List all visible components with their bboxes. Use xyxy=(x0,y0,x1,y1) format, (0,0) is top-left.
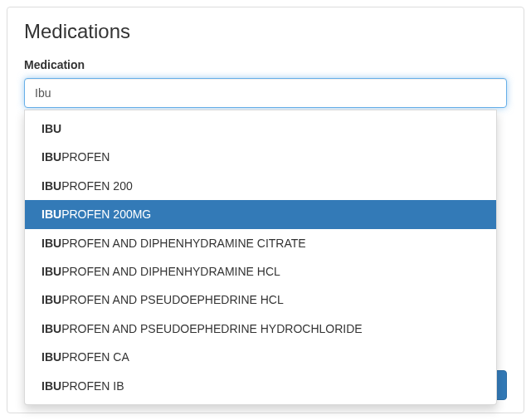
autocomplete-dropdown: IBUIBUPROFENIBUPROFEN 200IBUPROFEN 200MG… xyxy=(24,110,497,405)
match-text: IBU xyxy=(41,179,61,193)
rest-text: PROFEN AND PSEUDOEPHEDRINE HYDROCHLORIDE xyxy=(61,322,363,335)
match-text: IBU xyxy=(41,208,61,221)
match-text: IBU xyxy=(41,350,61,364)
rest-text: PROFEN xyxy=(61,150,110,164)
rest-text: PROFEN 200MG xyxy=(61,208,151,221)
rest-text: PROFEN AND PSEUDOEPHEDRINE HCL xyxy=(61,293,284,306)
autocomplete-option[interactable]: IBUPROFEN AND DIPHENHYDRAMINE HCL xyxy=(25,257,496,286)
match-text: IBU xyxy=(41,293,61,306)
match-text: IBU xyxy=(41,237,61,250)
autocomplete-option[interactable]: IBUPROFEN xyxy=(25,143,496,171)
medication-label: Medication xyxy=(24,58,507,71)
rest-text: PROFEN CA xyxy=(61,350,129,364)
match-text: IBU xyxy=(41,322,61,335)
match-text: IBU xyxy=(41,265,61,278)
autocomplete-option[interactable]: IBUPROFEN AND PSEUDOEPHEDRINE HCL xyxy=(25,286,496,314)
rest-text: PROFEN 200 xyxy=(61,179,133,193)
autocomplete-option[interactable]: IBU xyxy=(25,115,496,143)
autocomplete-option[interactable]: IBUPROFEN AND DIPHENHYDRAMINE CITRATE xyxy=(25,229,496,257)
autocomplete-option[interactable]: IBUPROFEN 200 xyxy=(25,172,496,200)
medication-input[interactable] xyxy=(24,78,507,108)
autocomplete-option[interactable]: IBUPROFEN IB xyxy=(25,372,496,400)
rest-text: PROFEN IB xyxy=(61,379,124,393)
match-text: IBU xyxy=(41,379,61,393)
medications-panel: Medications Medication IBUIBUPROFENIBUPR… xyxy=(7,7,524,413)
rest-text: PROFEN AND DIPHENHYDRAMINE CITRATE xyxy=(61,237,306,250)
rest-text: PROFEN AND DIPHENHYDRAMINE HCL xyxy=(61,265,280,278)
autocomplete-option[interactable]: IBUPROFEN CA xyxy=(25,343,496,371)
medication-input-wrap: IBUIBUPROFENIBUPROFEN 200IBUPROFEN 200MG… xyxy=(24,78,507,108)
autocomplete-option[interactable]: IBUPROFEN 200MG xyxy=(25,200,496,228)
autocomplete-option[interactable]: IBUPROFEN AND PSEUDOEPHEDRINE HYDROCHLOR… xyxy=(25,315,496,343)
match-text: IBU xyxy=(41,122,61,135)
panel-title: Medications xyxy=(24,20,507,43)
match-text: IBU xyxy=(41,150,61,164)
